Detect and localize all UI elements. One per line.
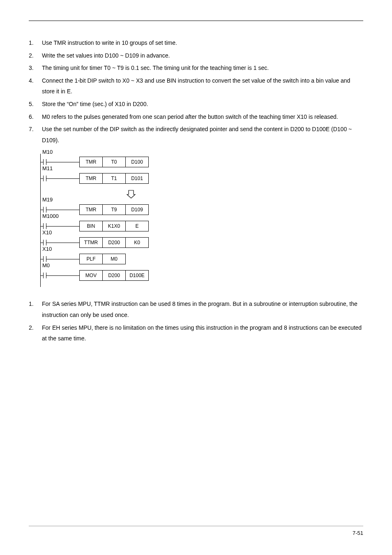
numbered-list-1: 1. Use TMR instruction to write in 10 gr… xyxy=(29,37,363,146)
list-item: 1. Use TMR instruction to write in 10 gr… xyxy=(29,37,363,49)
no-contact-icon xyxy=(43,273,46,278)
opcode: MOV xyxy=(80,271,103,280)
contact-label: M19 xyxy=(42,195,53,205)
ladder-diagram: M10 TMR T0 D100 M11 TMR T1 D101 M19 TMR xyxy=(40,154,363,287)
txt: The timing unit for timer T0 ~ T9 is 0.1… xyxy=(42,62,363,74)
num: 7. xyxy=(29,124,42,146)
rung: X10 TTMR D200 K0 xyxy=(40,234,363,251)
operand: D100 xyxy=(126,157,148,167)
num: 3. xyxy=(29,62,42,74)
no-contact-icon xyxy=(43,176,46,181)
txt: Use TMR instruction to write in 10 group… xyxy=(42,37,363,49)
page-number: 7-51 xyxy=(353,528,363,539)
operand: T9 xyxy=(103,205,126,215)
wire xyxy=(46,162,79,162)
txt: Use the set number of the DIP switch as … xyxy=(42,124,363,146)
list-item: 7. Use the set number of the DIP switch … xyxy=(29,124,363,146)
operand: D200 xyxy=(103,238,126,247)
list-item: 6. M0 refers to the pulses generated fro… xyxy=(29,111,363,123)
txt: M0 refers to the pulses generated from o… xyxy=(42,111,363,123)
opcode: TTMR xyxy=(80,238,103,247)
operand: D100E xyxy=(126,271,148,280)
instruction-box: MOV D200 D100E xyxy=(79,270,149,281)
opcode: PLF xyxy=(80,254,103,264)
contact-label: M1000 xyxy=(42,211,59,222)
operand: K1X0 xyxy=(103,221,126,231)
rung: M0 MOV D200 D100E xyxy=(40,267,363,284)
operand: T0 xyxy=(103,157,126,167)
wire xyxy=(46,259,79,259)
num: 1. xyxy=(29,298,42,320)
list-item: 3. The timing unit for timer T0 ~ T9 is … xyxy=(29,62,363,74)
list-item: 2. For EH series MPU, there is no limita… xyxy=(29,322,363,344)
txt: For EH series MPU, there is no limitatio… xyxy=(42,322,363,344)
num: 5. xyxy=(29,99,42,110)
contact-label: M10 xyxy=(42,147,53,157)
num: 6. xyxy=(29,111,42,123)
txt: Store the “On” time (sec.) of X10 in D20… xyxy=(42,99,363,110)
operand: D200 xyxy=(103,271,126,280)
rung: M19 TMR T9 D109 xyxy=(40,201,363,218)
operand: M0 xyxy=(103,254,125,264)
opcode: TMR xyxy=(80,205,103,215)
wire xyxy=(46,178,79,179)
instruction-box: TMR T1 D101 xyxy=(79,173,149,184)
contact-label: X10 xyxy=(42,228,52,238)
numbered-list-2: 1. For SA series MPU, TTMR instruction c… xyxy=(29,298,363,344)
opcode: BIN xyxy=(80,221,103,231)
rung: M11 TMR T1 D101 xyxy=(40,170,363,187)
down-arrow-icon xyxy=(127,190,136,199)
instruction-box: PLF M0 xyxy=(79,254,126,264)
num: 4. xyxy=(29,75,42,97)
txt: Connect the 1-bit DIP switch to X0 ~ X3 … xyxy=(42,75,363,97)
txt: For SA series MPU, TTMR instruction can … xyxy=(42,298,363,320)
list-item: 4. Connect the 1-bit DIP switch to X0 ~ … xyxy=(29,75,363,97)
continuation xyxy=(40,187,180,201)
list-item: 2. Write the set values into D100 ~ D109… xyxy=(29,50,363,61)
rung: X10 PLF M0 xyxy=(40,251,363,267)
instruction-box: TMR T9 D109 xyxy=(79,204,149,215)
opcode: TMR xyxy=(80,173,103,183)
rung: M1000 BIN K1X0 E xyxy=(40,218,363,234)
instruction-box: TTMR D200 K0 xyxy=(79,237,149,248)
operand: D109 xyxy=(126,205,148,215)
wire xyxy=(46,275,79,276)
instruction-box: BIN K1X0 E xyxy=(79,221,149,231)
operand: K0 xyxy=(126,238,148,247)
top-rule xyxy=(29,21,363,21)
list-item: 5. Store the “On” time (sec.) of X10 in … xyxy=(29,99,363,110)
num: 2. xyxy=(29,322,42,344)
operand: E xyxy=(126,221,148,231)
operand: T1 xyxy=(103,173,126,183)
rung: M10 TMR T0 D100 xyxy=(40,154,363,170)
contact-label: M0 xyxy=(42,261,50,271)
wire xyxy=(46,243,79,243)
contact-label: X10 xyxy=(42,244,52,254)
wire xyxy=(46,210,79,210)
contact-label: M11 xyxy=(42,164,53,174)
txt: Write the set values into D100 ~ D109 in… xyxy=(42,50,363,61)
num: 2. xyxy=(29,50,42,61)
operand: D101 xyxy=(126,173,148,183)
list-item: 1. For SA series MPU, TTMR instruction c… xyxy=(29,298,363,320)
instruction-box: TMR T0 D100 xyxy=(79,157,149,167)
opcode: TMR xyxy=(80,157,103,167)
wire xyxy=(46,226,79,227)
bottom-rule xyxy=(29,526,363,526)
num: 1. xyxy=(29,37,42,49)
